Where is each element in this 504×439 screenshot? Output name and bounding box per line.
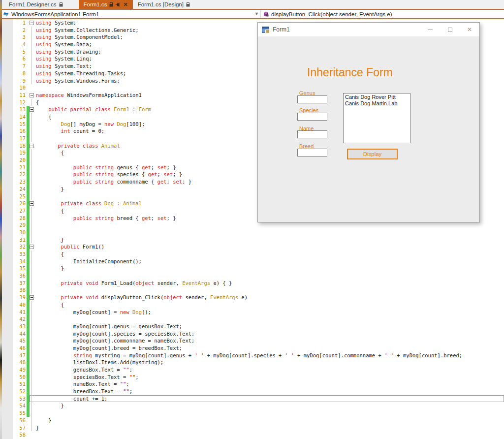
line-number: 27: [13, 207, 26, 215]
outline-margin: [30, 63, 36, 70]
outline-margin: [30, 431, 36, 439]
outline-margin: [30, 309, 36, 316]
line-number: 48: [13, 359, 26, 366]
document-tabbar: Form1.Designer.cs Form1.cs ✕ Form1.cs [D…: [0, 0, 504, 9]
code-text: public partial class Form1 : Form: [36, 106, 151, 113]
code-text: using System.Text;: [36, 63, 92, 70]
line-number: 22: [13, 171, 26, 178]
maximize-button[interactable]: [440, 23, 460, 36]
outline-margin: [30, 193, 36, 200]
outline-margin: [30, 229, 36, 236]
code-text: {: [36, 207, 64, 215]
dogs-listbox[interactable]: Canis Dog Rover PittCanis Dog Martin Lab: [343, 93, 410, 143]
name-input[interactable]: [297, 130, 327, 138]
line-number: 55: [13, 409, 26, 417]
member-dropdown[interactable]: displayButton_Click(object sender, Event…: [263, 10, 392, 18]
code-line-46[interactable]: 46 myDog[count].breed = breedBox.Text;: [0, 345, 504, 352]
lock-icon: [186, 2, 190, 7]
member-dropdown-label: displayButton_Click(object sender, Event…: [271, 11, 392, 17]
code-line-42[interactable]: 42: [0, 315, 504, 323]
code-line-44[interactable]: 44 myDog[count].species = speciesBox.Tex…: [0, 330, 504, 338]
code-line-41[interactable]: 41 myDog[count] = new Dog();: [0, 309, 504, 316]
form1-titlebar[interactable]: Form1 ✕: [258, 23, 479, 36]
collapse-icon[interactable]: [30, 92, 36, 99]
code-text: {: [36, 99, 39, 106]
form1-body: Inheritance Form Genus Species Name Bree…: [258, 36, 479, 222]
line-number: 6: [13, 55, 26, 63]
code-text: public string species { get; set; }: [36, 171, 182, 178]
collapse-icon[interactable]: [30, 243, 36, 251]
code-line-29[interactable]: 29: [0, 221, 504, 229]
collapse-icon[interactable]: [30, 294, 36, 301]
type-dropdown[interactable]: WindowsFormsApplication1.Form1: [3, 10, 99, 18]
code-line-47[interactable]: 47 string mystring = myDog[count].genus …: [0, 352, 504, 359]
code-line-56[interactable]: 56 }: [0, 417, 504, 424]
outline-margin: [30, 301, 36, 309]
code-line-53[interactable]: 53 count += 1;: [0, 395, 504, 403]
outline-margin: [30, 395, 36, 403]
outline-margin: [30, 221, 36, 229]
code-line-31[interactable]: 31 }: [0, 236, 504, 244]
code-line-55[interactable]: 55: [0, 409, 504, 417]
close-icon[interactable]: ✕: [123, 2, 127, 7]
code-line-32[interactable]: 32 public Form1(): [0, 243, 504, 251]
code-text: public Form1(): [36, 243, 104, 251]
code-line-38[interactable]: 38: [0, 286, 504, 294]
code-text: using System.Collections.Generic;: [36, 27, 139, 34]
line-number: 18: [13, 142, 26, 150]
code-line-43[interactable]: 43 myDog[count].genus = genusBox.Text;: [0, 323, 504, 330]
code-text: myDog[count] = new Dog();: [36, 309, 151, 316]
collapse-icon[interactable]: [30, 200, 36, 207]
close-button[interactable]: ✕: [460, 23, 479, 36]
code-text: {: [36, 301, 64, 309]
code-line-45[interactable]: 45 myDog[count].commonname = nameBox.Tex…: [0, 337, 504, 345]
outline-margin: [30, 374, 36, 381]
line-number: 25: [13, 193, 26, 200]
listbox-item[interactable]: Canis Dog Martin Lab: [345, 100, 409, 107]
listbox-item[interactable]: Canis Dog Rover Pitt: [345, 94, 409, 100]
line-number: 30: [13, 229, 26, 236]
outline-margin: [30, 157, 36, 164]
code-line-34[interactable]: 34 InitializeComponent();: [0, 258, 504, 265]
code-line-39[interactable]: 39 private void displayButton_Click(obje…: [0, 294, 504, 301]
outline-margin: [30, 48, 36, 56]
code-line-51[interactable]: 51 nameBox.Text = "";: [0, 380, 504, 388]
outline-margin: [30, 70, 36, 77]
species-input[interactable]: [297, 113, 327, 121]
code-line-37[interactable]: 37 private void Form1_Load(object sender…: [0, 280, 504, 287]
pin-icon[interactable]: [116, 2, 121, 7]
genus-input[interactable]: [297, 95, 327, 103]
code-line-54[interactable]: 54 }: [0, 402, 504, 409]
outline-margin: [30, 272, 36, 280]
display-button[interactable]: Display: [347, 149, 398, 159]
class-icon: [3, 11, 9, 17]
code-line-33[interactable]: 33 {: [0, 251, 504, 258]
line-number: 57: [13, 424, 26, 432]
minimize-button[interactable]: [420, 23, 440, 36]
tab-form1-cs[interactable]: Form1.cs ✕: [79, 0, 133, 9]
outline-margin: [30, 207, 36, 215]
code-line-36[interactable]: 36: [0, 272, 504, 280]
outline-margin: [30, 84, 36, 92]
collapse-icon[interactable]: [30, 142, 36, 150]
tab-form1-designer-cs[interactable]: Form1.Designer.cs: [4, 0, 68, 9]
tab-form1-cs-design[interactable]: Form1.cs [Design]: [133, 0, 195, 9]
collapse-icon[interactable]: [30, 106, 36, 113]
code-text: }: [36, 186, 64, 193]
code-line-50[interactable]: 50 speciesBox.Text = "";: [0, 374, 504, 381]
code-text: }: [36, 265, 64, 272]
code-line-40[interactable]: 40 {: [0, 301, 504, 309]
code-line-52[interactable]: 52 breedBox.Text = "";: [0, 388, 504, 395]
code-line-57[interactable]: 57}: [0, 424, 504, 432]
breed-input[interactable]: [297, 149, 327, 157]
outline-margin: [30, 178, 36, 186]
code-line-49[interactable]: 49 genusBox.Text = "";: [0, 366, 504, 374]
chevron-down-icon[interactable]: ▼: [254, 11, 259, 16]
collapse-icon[interactable]: [30, 19, 36, 27]
code-text: using System.Threading.Tasks;: [36, 70, 126, 77]
code-line-58[interactable]: 58: [0, 431, 504, 439]
code-line-48[interactable]: 48 listBox1.Items.Add(mystring);: [0, 359, 504, 366]
code-line-35[interactable]: 35 }: [0, 265, 504, 272]
code-line-30[interactable]: 30: [0, 229, 504, 236]
code-text: InitializeComponent();: [36, 258, 142, 265]
